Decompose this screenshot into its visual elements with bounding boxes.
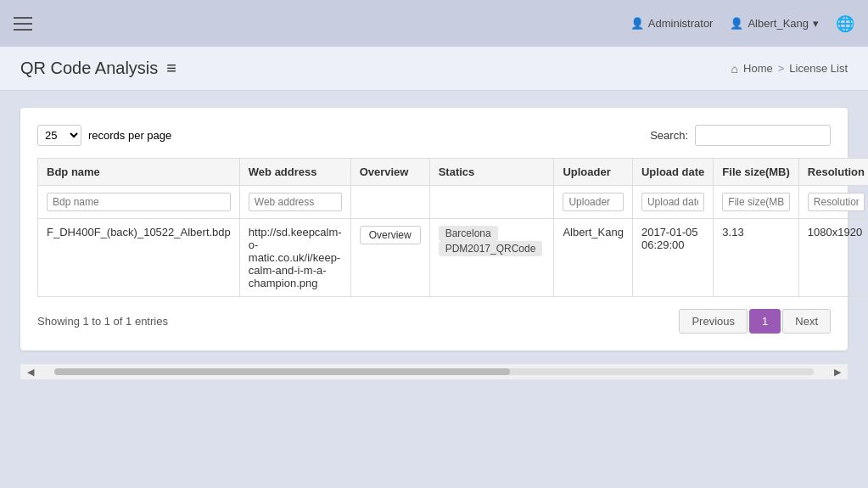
- user-icon: 👤: [730, 17, 743, 30]
- filter-bdp-name-input[interactable]: [47, 193, 231, 211]
- search-box: Search:: [650, 125, 831, 146]
- search-input[interactable]: [695, 125, 831, 146]
- col-bdp-name[interactable]: Bdp name: [38, 159, 240, 186]
- cell-uploader: Albert_Kang: [554, 219, 633, 297]
- col-resolution[interactable]: Resolution: [798, 159, 868, 186]
- filter-file-size: [714, 186, 798, 219]
- page-title-menu-icon[interactable]: ≡: [166, 59, 176, 78]
- cell-web-address: http://sd.keepcalm-o-matic.co.uk/i/keep-…: [239, 219, 350, 297]
- previous-button[interactable]: Previous: [679, 309, 748, 334]
- breadcrumb-separator: >: [778, 62, 785, 75]
- card: 25 10 50 100 records per page Search: Bd…: [20, 108, 848, 351]
- page-1-button[interactable]: 1: [749, 309, 781, 334]
- pagination: Previous 1 Next: [679, 309, 831, 334]
- statics-tag: Barcelona: [439, 226, 498, 241]
- records-per-page-select[interactable]: 25 10 50 100: [37, 125, 81, 146]
- col-overview[interactable]: Overview: [350, 159, 429, 186]
- filter-overview: [350, 186, 429, 219]
- scroll-track[interactable]: [54, 368, 814, 375]
- filter-statics: [429, 186, 554, 219]
- table-header-row: Bdp name Web address Overview Statics Up…: [38, 159, 869, 186]
- table-row: F_DH400F_(back)_10522_Albert.bdphttp://s…: [38, 219, 869, 297]
- admin-label: Administrator: [648, 17, 714, 30]
- filter-web-address-input[interactable]: [249, 193, 342, 211]
- filter-uploader-input[interactable]: [563, 193, 624, 211]
- statics-tag: PDM2017_QRCode: [439, 241, 543, 256]
- topbar-right: 👤 Administrator 👤 Albert_Kang ▾ 🌐: [630, 14, 854, 33]
- cell-file-size: 3.13: [714, 219, 798, 297]
- next-button[interactable]: Next: [782, 309, 831, 334]
- breadcrumb-current: License List: [789, 62, 848, 75]
- scroll-right-arrow[interactable]: ▶: [827, 367, 848, 378]
- main-content: 25 10 50 100 records per page Search: Bd…: [0, 91, 868, 396]
- filter-bdp-name: [38, 186, 240, 219]
- page-header: QR Code Analysis ≡ ⌂ Home > License List: [0, 47, 868, 91]
- page-title-text: QR Code Analysis: [20, 59, 158, 78]
- scroll-area: ◀ ▶: [20, 364, 848, 379]
- table-controls-bottom: Showing 1 to 1 of 1 entries Previous 1 N…: [37, 309, 831, 334]
- topbar: 👤 Administrator 👤 Albert_Kang ▾ 🌐: [0, 0, 868, 47]
- table-controls-top: 25 10 50 100 records per page Search:: [37, 125, 831, 146]
- search-label: Search:: [650, 129, 688, 142]
- col-statics[interactable]: Statics: [429, 159, 554, 186]
- topbar-left: [14, 17, 32, 31]
- overview-button[interactable]: Overview: [360, 226, 421, 244]
- filter-web-address: [239, 186, 350, 219]
- col-upload-date[interactable]: Upload date: [632, 159, 713, 186]
- home-icon: ⌂: [731, 62, 738, 76]
- filter-uploader: [554, 186, 633, 219]
- filter-file-size-input[interactable]: [722, 193, 789, 211]
- col-file-size[interactable]: File size(MB): [714, 159, 798, 186]
- table-filter-row: [38, 186, 869, 219]
- entries-info: Showing 1 to 1 of 1 entries: [37, 315, 168, 328]
- data-table: Bdp name Web address Overview Statics Up…: [37, 158, 868, 297]
- cell-statics: BarcelonaPDM2017_QRCode: [429, 219, 554, 297]
- page-title-container: QR Code Analysis ≡: [20, 59, 176, 78]
- user-caret-icon: ▾: [813, 17, 819, 30]
- admin-user-icon: 👤: [630, 17, 644, 30]
- records-per-page: 25 10 50 100 records per page: [37, 125, 171, 146]
- globe-icon[interactable]: 🌐: [836, 14, 854, 33]
- scroll-thumb[interactable]: [54, 368, 510, 375]
- breadcrumb-home-link[interactable]: Home: [743, 62, 773, 75]
- cell-resolution: 1080x1920: [798, 219, 868, 297]
- col-uploader[interactable]: Uploader: [554, 159, 633, 186]
- scroll-left-arrow[interactable]: ◀: [20, 367, 41, 378]
- cell-overview[interactable]: Overview: [350, 219, 429, 297]
- user-label: Albert_Kang: [748, 17, 809, 30]
- filter-upload-date-input[interactable]: [641, 193, 704, 211]
- hamburger-icon[interactable]: [14, 17, 32, 31]
- cell-upload-date: 2017-01-05 06:29:00: [632, 219, 713, 297]
- cell-bdp-name: F_DH400F_(back)_10522_Albert.bdp: [38, 219, 240, 297]
- filter-upload-date: [632, 186, 713, 219]
- filter-resolution-input[interactable]: [808, 193, 865, 211]
- col-web-address[interactable]: Web address: [239, 159, 350, 186]
- user-info[interactable]: 👤 Albert_Kang ▾: [730, 17, 819, 30]
- breadcrumb: ⌂ Home > License List: [731, 62, 848, 76]
- records-per-page-label: records per page: [88, 129, 171, 142]
- admin-info: 👤 Administrator: [630, 17, 714, 30]
- filter-resolution: [798, 186, 868, 219]
